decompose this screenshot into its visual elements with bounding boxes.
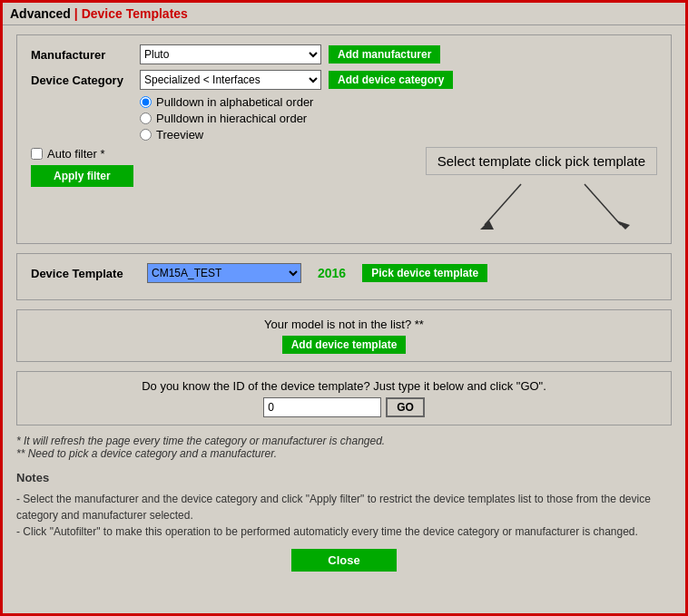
device-category-dropdown[interactable]: Specialized < Interfaces (140, 70, 321, 90)
manufacturer-label: Manufacturer (31, 48, 140, 62)
radio-treeview-label: Treeview (156, 128, 203, 142)
device-template-year: 2016 (318, 266, 346, 280)
footnotes: * It will refresh the page every time th… (16, 435, 672, 460)
pick-device-template-button[interactable]: Pick device template (362, 264, 487, 282)
not-in-list-box: Your model is not in the list? ** Add de… (16, 309, 672, 362)
footnote-1: * It will refresh the page every time th… (16, 435, 672, 447)
notes-title: Notes (16, 469, 672, 487)
autofilter-checkbox[interactable] (31, 148, 43, 160)
svg-marker-3 (616, 220, 630, 230)
autofilter-label: Auto filter * (47, 147, 105, 161)
autofilter-row: Auto filter * (31, 147, 133, 161)
device-template-dropdown[interactable]: CM15A_TEST (147, 263, 301, 283)
footnote-2: ** Need to pick a device category and a … (16, 447, 672, 460)
main-content: Manufacturer Pluto Add manufacturer Devi… (3, 25, 685, 613)
id-input[interactable] (263, 397, 381, 417)
radio-alphabetical[interactable]: Pulldown in alphabetical order (140, 95, 657, 109)
svg-line-2 (585, 184, 621, 225)
close-button[interactable]: Close (291, 549, 396, 572)
device-template-section: Device Template CM15A_TEST 2016 Pick dev… (16, 253, 672, 300)
top-buttons: Add manufacturer (329, 45, 440, 64)
apply-filter-button[interactable]: Apply filter (31, 165, 133, 187)
manufacturer-dropdown[interactable]: Pluto (140, 44, 321, 64)
add-device-template-button[interactable]: Add device template (282, 336, 407, 354)
filter-section: Auto filter * Apply filter (31, 147, 133, 187)
device-template-label: Device Template (31, 267, 140, 280)
notes-line-2: - Click "Autofilter" to make this operat… (16, 523, 672, 540)
radio-alphabetical-input[interactable] (140, 96, 152, 108)
callout-container: Select template click pick template (133, 147, 657, 234)
title-advanced: Advanced (10, 6, 71, 21)
go-button[interactable]: GO (386, 397, 425, 417)
add-manufacturer-button[interactable]: Add manufacturer (329, 45, 440, 64)
radio-hierarchical-label: Pulldown in hierachical order (156, 112, 307, 125)
id-question: Do you know the ID of the device templat… (31, 379, 657, 393)
id-input-row: GO (31, 397, 657, 417)
radio-hierarchical-input[interactable] (140, 112, 152, 124)
callout-arrows (476, 180, 657, 234)
device-category-row: Device Category Specialized < Interfaces… (31, 70, 657, 90)
radio-treeview-input[interactable] (140, 129, 152, 141)
radio-hierarchical[interactable]: Pulldown in hierachical order (140, 112, 657, 125)
id-box: Do you know the ID of the device templat… (16, 371, 672, 425)
notes-line-1: - Select the manufacturer and the device… (16, 491, 672, 523)
not-in-list-text: Your model is not in the list? ** (25, 318, 663, 331)
device-category-label: Device Category (31, 73, 140, 87)
add-device-category-button[interactable]: Add device category (329, 71, 453, 89)
svg-line-0 (485, 184, 521, 225)
title-separator: | (71, 6, 82, 21)
title-device-templates: Device Templates (82, 6, 188, 21)
device-template-row: Device Template CM15A_TEST 2016 Pick dev… (31, 263, 657, 283)
callout-text: Select template click pick template (426, 147, 657, 175)
radio-treeview[interactable]: Treeview (140, 128, 657, 142)
radio-group: Pulldown in alphabetical order Pulldown … (140, 95, 657, 142)
manufacturer-row: Manufacturer Pluto Add manufacturer (31, 44, 657, 64)
device-category-controls: Specialized < Interfaces Add device cate… (140, 70, 453, 90)
filter-callout-section: Auto filter * Apply filter Select templa… (31, 147, 657, 234)
manufacturer-controls: Pluto Add manufacturer (140, 44, 440, 64)
title-bar: Advanced | Device Templates (3, 3, 685, 25)
close-row: Close (16, 549, 672, 572)
radio-alphabetical-label: Pulldown in alphabetical order (156, 95, 313, 109)
notes-section: Notes - Select the manufacturer and the … (16, 469, 672, 540)
top-section: Manufacturer Pluto Add manufacturer Devi… (16, 34, 672, 244)
